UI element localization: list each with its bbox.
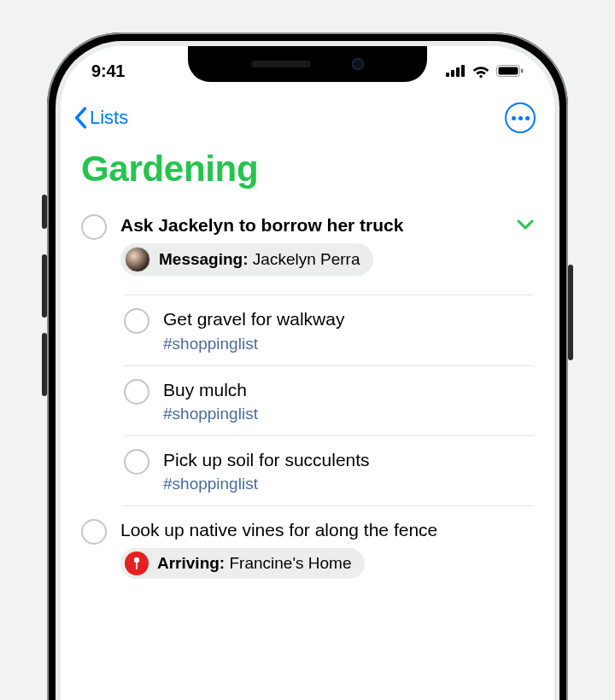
reminder-row[interactable]: Get gravel for walkway #shoppinglist: [124, 295, 534, 365]
location-pin-icon: [125, 551, 149, 575]
svg-rect-2: [456, 67, 460, 77]
chevron-down-icon[interactable]: [517, 219, 534, 230]
page-title: Gardening: [61, 133, 554, 201]
status-time: 9:41: [91, 61, 125, 81]
reminder-tag[interactable]: #shoppinglist: [163, 405, 534, 423]
battery-icon: [496, 65, 524, 77]
chevron-left-icon: [73, 107, 88, 129]
reminder-title: Buy mulch: [163, 378, 534, 401]
reminder-title: Look up native vines for along the fence: [120, 518, 534, 541]
complete-toggle[interactable]: [124, 379, 149, 405]
messaging-badge[interactable]: Messaging: Jackelyn Perra: [120, 243, 373, 276]
svg-rect-5: [499, 67, 518, 75]
side-button-volume-up: [42, 254, 47, 318]
badge-label: Messaging: Jackelyn Perra: [159, 250, 360, 269]
cellular-icon: [446, 65, 466, 77]
back-button[interactable]: Lists: [73, 107, 128, 129]
svg-rect-3: [461, 65, 465, 77]
wifi-icon: [472, 65, 490, 78]
svg-rect-8: [136, 561, 138, 569]
svg-rect-0: [446, 73, 449, 77]
reminder-title: Pick up soil for succulents: [163, 448, 534, 471]
svg-rect-1: [451, 70, 454, 77]
badge-label: Arriving: Francine's Home: [157, 554, 351, 573]
svg-rect-6: [521, 69, 524, 73]
phone-frame: 9:41 Lists Gardening: [47, 32, 568, 700]
screen: 9:41 Lists Gardening: [61, 46, 554, 700]
front-camera: [352, 58, 364, 70]
subtask-list: Get gravel for walkway #shoppinglist Buy…: [124, 295, 534, 505]
ellipsis-icon: [512, 116, 530, 120]
reminder-title: Get gravel for walkway: [163, 307, 534, 330]
side-button-power: [568, 265, 573, 360]
reminders-list: Ask Jackelyn to borrow her truck Messagi…: [61, 201, 554, 589]
reminder-tag[interactable]: #shoppinglist: [163, 335, 534, 353]
notch: [188, 46, 427, 82]
complete-toggle[interactable]: [81, 519, 107, 545]
side-button-silence: [42, 195, 47, 229]
reminder-title: Ask Jackelyn to borrow her truck: [120, 213, 503, 236]
complete-toggle[interactable]: [124, 308, 149, 334]
reminder-row[interactable]: Buy mulch #shoppinglist: [124, 365, 534, 435]
side-button-volume-down: [42, 333, 47, 396]
complete-toggle[interactable]: [124, 449, 149, 475]
reminder-row[interactable]: Look up native vines for along the fence…: [81, 506, 534, 589]
complete-toggle[interactable]: [81, 214, 107, 240]
avatar: [125, 247, 150, 272]
back-label: Lists: [90, 107, 128, 129]
reminder-tag[interactable]: #shoppinglist: [163, 475, 534, 493]
speaker-grille: [251, 61, 311, 67]
reminder-row[interactable]: Ask Jackelyn to borrow her truck Messagi…: [81, 201, 534, 286]
reminder-row[interactable]: Pick up soil for succulents #shoppinglis…: [124, 435, 534, 505]
location-badge[interactable]: Arriving: Francine's Home: [120, 548, 365, 579]
more-button[interactable]: [505, 102, 536, 133]
